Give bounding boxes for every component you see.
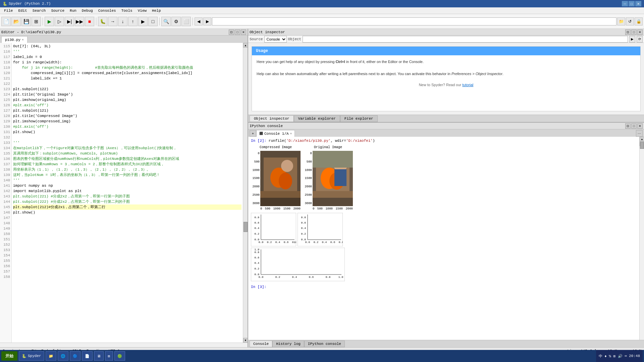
editor-max-button[interactable]: □: [235, 29, 240, 35]
run-cell-advance-button[interactable]: ▶|: [65, 17, 74, 26]
console-scroll-thumb[interactable]: [640, 142, 644, 149]
console-max-btn[interactable]: □: [631, 123, 637, 129]
lock-button[interactable]: 🔒: [635, 17, 643, 25]
subplot221-svg: 0.0 0.2 0.4 0.6 0.8 0.0 0.2 0.4 0.6: [251, 213, 296, 246]
editor-float-button[interactable]: ⊡: [229, 29, 234, 35]
code-line-148: [13, 221, 241, 226]
menu-help[interactable]: Help: [149, 7, 163, 14]
toolbar: 📄 📂 💾 ⊞ ▶ ▷ ▶| ▶▶ ■ 🐛 → ↓ ↑ ▶ □ 🔍 ⚙ ⬜ ◀ …: [0, 14, 644, 29]
console-content[interactable]: In [2]: runfile('D:/xiaofei/p130.py', wd…: [248, 137, 639, 340]
taskbar-ie[interactable]: 🔵: [70, 351, 80, 361]
run-button[interactable]: ▶: [45, 17, 54, 26]
maximize-panel-button[interactable]: ⬜: [181, 17, 191, 26]
taskbar-other[interactable]: 🖥: [94, 351, 104, 361]
console-tab-1[interactable]: ⬛ Console 1/A ✕: [256, 130, 295, 137]
svg-text:0.4: 0.4: [301, 227, 306, 230]
taskbar-item3[interactable]: 🟢: [114, 351, 125, 361]
tutorial-link[interactable]: tutorial: [462, 83, 473, 87]
console-scroll-up[interactable]: ▲: [640, 137, 644, 141]
editor-scrollbar-h[interactable]: [0, 343, 248, 347]
editor-tab-p130[interactable]: p130.py ✕: [1, 36, 28, 43]
svg-text:0.6: 0.6: [284, 241, 289, 244]
tab-variable-explorer[interactable]: Variable explorer: [294, 115, 340, 122]
console-vscroll[interactable]: ▲ ▼: [639, 137, 644, 340]
scroll-thumb[interactable]: [244, 222, 248, 232]
inspector-float-btn[interactable]: ⊡: [625, 29, 631, 35]
run-selection-button[interactable]: ▶▶: [75, 17, 84, 26]
debug-button[interactable]: 🐛: [98, 17, 107, 26]
editor-section: Editor - D:\xiaofei\p130.py ⊡ □ ✕ p130.p…: [0, 29, 248, 347]
tab-history-log[interactable]: History log: [272, 341, 304, 347]
maximize-button[interactable]: □: [629, 1, 635, 6]
step-button[interactable]: →: [108, 17, 117, 26]
step-out-button[interactable]: ↑: [128, 17, 138, 26]
console-close-btn[interactable]: ✕: [637, 123, 643, 129]
settings-button[interactable]: ⚙: [171, 17, 181, 26]
browse-button[interactable]: 📁: [617, 17, 625, 25]
refresh-button[interactable]: ↺: [626, 17, 634, 25]
taskbar-browser[interactable]: 🌐: [58, 351, 68, 361]
inspect-button[interactable]: ▶: [629, 36, 635, 43]
console-text: In [2]: runfile('D:/xiaofei/p130.py', wd…: [251, 138, 637, 339]
nav-back-button[interactable]: ◀: [195, 17, 203, 25]
new-console-button[interactable]: +: [250, 130, 256, 137]
auto-inspect-button[interactable]: ⟳: [637, 36, 643, 43]
svg-rect-15: [313, 151, 353, 168]
stop-debug-button[interactable]: □: [148, 17, 158, 26]
editor-close-button[interactable]: ✕: [241, 29, 246, 35]
toolbar-sep-4: [193, 17, 193, 25]
scroll-track[interactable]: [243, 48, 248, 338]
tab-file-explorer[interactable]: File explorer: [340, 115, 378, 122]
svg-text:0.6: 0.6: [301, 221, 306, 224]
subplot212-svg: 0.0 0.2 0.4 0.6 0.8 1.0 0.0 0.2 0.4 0.6: [251, 248, 345, 281]
code-area[interactable]: Out[7]: (64L, 3L) ''' label_idx = 0 for …: [12, 43, 243, 343]
menu-debug[interactable]: Debug: [79, 7, 96, 14]
inspector-close-btn[interactable]: ✕: [637, 29, 643, 35]
code-line-140: ''': [13, 178, 241, 183]
path-input[interactable]: C:\Users\Administrator\Documents: [212, 17, 616, 25]
tab-object-inspector[interactable]: Object inspector: [250, 115, 294, 122]
original-x-axis: 0500100015002000: [303, 206, 353, 212]
step-into-button[interactable]: ↓: [118, 17, 127, 26]
editor-vscroll[interactable]: ▲ ▼: [243, 43, 248, 343]
line-number-119: 119: [0, 65, 11, 70]
editor-tab-close[interactable]: ✕: [22, 38, 23, 42]
open-file-button[interactable]: 📂: [11, 17, 21, 26]
continue-button[interactable]: ▶: [138, 17, 148, 26]
save-all-button[interactable]: ⊞: [32, 17, 41, 26]
menu-consoles[interactable]: Consoles: [96, 7, 119, 14]
menu-run[interactable]: Run: [67, 7, 79, 14]
menu-edit[interactable]: Edit: [15, 7, 30, 14]
compressed-plot-area: 050010001500200025003000: [251, 151, 301, 206]
console-options-button[interactable]: ⋯: [636, 130, 643, 137]
close-button[interactable]: ✕: [635, 1, 641, 6]
console-tab-close[interactable]: ✕: [290, 132, 292, 135]
stop-button[interactable]: ■: [85, 17, 94, 26]
save-button[interactable]: 💾: [21, 17, 31, 26]
minimize-button[interactable]: ─: [622, 1, 628, 6]
taskbar-notepad[interactable]: 📄: [82, 351, 93, 361]
menu-source[interactable]: Source: [48, 7, 67, 14]
console-float-btn[interactable]: ⊡: [625, 123, 631, 129]
tab-console[interactable]: Console: [250, 341, 272, 347]
scroll-down-button[interactable]: ▼: [243, 338, 248, 343]
svg-point-5: [281, 160, 293, 172]
menu-file[interactable]: File: [1, 7, 15, 14]
nav-forward-button[interactable]: ▶: [203, 17, 211, 25]
object-input[interactable]: [303, 36, 628, 43]
inspector-max-btn[interactable]: □: [631, 29, 637, 35]
taskbar-spyder[interactable]: 🐍 Spyder: [19, 351, 44, 361]
menu-tools[interactable]: Tools: [119, 7, 135, 14]
menu-view[interactable]: View: [135, 7, 149, 14]
tab-ipython-console[interactable]: IPython console: [304, 341, 345, 347]
new-file-button[interactable]: 📄: [1, 17, 11, 26]
run-cell-button[interactable]: ▷: [55, 17, 64, 26]
start-button[interactable]: 开始: [1, 351, 17, 361]
source-select[interactable]: Console Editor: [264, 36, 287, 43]
find-button[interactable]: 🔍: [161, 17, 171, 26]
scroll-up-button[interactable]: ▲: [243, 43, 248, 48]
taskbar-explorer[interactable]: 📁: [46, 351, 56, 361]
taskbar-item2[interactable]: ⊞: [105, 351, 113, 361]
line-number-138: 138: [0, 167, 11, 172]
menu-search[interactable]: Search: [30, 7, 49, 14]
